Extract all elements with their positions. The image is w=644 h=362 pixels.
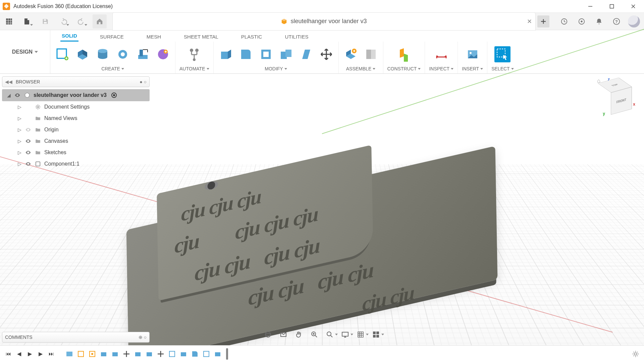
construct-plane-button[interactable]: [396, 46, 412, 62]
browser-tree-item[interactable]: ▷Document Settings: [11, 101, 150, 113]
save-button[interactable]: [38, 14, 52, 28]
revolve-button[interactable]: [115, 46, 131, 62]
create-form-button[interactable]: [74, 46, 91, 62]
sweep-button[interactable]: [135, 46, 151, 62]
tab-sheetmetal[interactable]: SHEET METAL: [182, 32, 220, 42]
timeline-item[interactable]: [111, 350, 119, 358]
disclosure-triangle-icon[interactable]: ▷: [17, 127, 22, 132]
disclosure-triangle-icon[interactable]: ▷: [17, 116, 22, 121]
undo-button[interactable]: [56, 14, 70, 28]
move-copy-button[interactable]: [318, 46, 334, 62]
timeline-item[interactable]: [202, 350, 211, 358]
model-body[interactable]: cји cји cји cји cји cји cји cји cји cји …: [107, 113, 517, 362]
file-menu-button[interactable]: [20, 14, 34, 28]
active-component-indicator-icon[interactable]: [111, 93, 117, 98]
timeline-step-back-button[interactable]: ◀: [15, 350, 23, 358]
browser-tree-item[interactable]: ▷Named Views: [11, 113, 150, 124]
help-button[interactable]: ?: [610, 15, 623, 27]
assemble-group-label[interactable]: ASSEMBLE: [346, 66, 375, 71]
timeline-begin-button[interactable]: ⏮: [4, 350, 13, 358]
timeline-step-forward-button[interactable]: ▶: [36, 350, 45, 358]
tab-plastic[interactable]: PLASTIC: [240, 32, 264, 42]
timeline-item[interactable]: [133, 350, 142, 358]
emboss-button[interactable]: [155, 46, 171, 62]
add-comment-button[interactable]: ⊕ ○: [139, 335, 147, 340]
timeline-item[interactable]: [99, 350, 108, 358]
browser-tree-item[interactable]: ▷Component1:1: [11, 158, 150, 170]
workspace-switcher[interactable]: DESIGN: [0, 30, 50, 73]
timeline-item[interactable]: [122, 350, 131, 358]
tab-surface[interactable]: SURFACE: [99, 32, 125, 42]
create-sketch-button[interactable]: [54, 46, 70, 62]
create-group-label[interactable]: CREATE: [101, 66, 124, 71]
tab-mesh[interactable]: MESH: [145, 32, 162, 42]
disclosure-triangle-icon[interactable]: ▷: [17, 104, 22, 110]
viewcube[interactable]: ⌂ zxy TOP FRONT RIGHT: [598, 78, 635, 115]
orbit-button[interactable]: [262, 328, 274, 341]
document-tab-close-button[interactable]: ✕: [527, 18, 532, 25]
zoom-button[interactable]: [308, 328, 320, 341]
timeline-item[interactable]: [76, 350, 85, 358]
combine-button[interactable]: [278, 46, 294, 62]
shell-button[interactable]: [258, 46, 274, 62]
select-group-label[interactable]: SELECT: [491, 66, 514, 71]
browser-tree-item[interactable]: ▷Sketches: [11, 147, 150, 158]
automate-button[interactable]: [186, 46, 202, 62]
browser-tree-item[interactable]: ▷Origin: [11, 124, 150, 135]
job-status-button[interactable]: [576, 15, 588, 27]
window-maximize-button[interactable]: [606, 2, 618, 11]
visibility-eye-icon[interactable]: [25, 149, 32, 156]
document-tab[interactable]: sleutelhanger voor lander v3 ✕: [113, 13, 535, 30]
insert-group-label[interactable]: INSERT: [462, 66, 483, 71]
pan-button[interactable]: [293, 328, 305, 341]
disclosure-triangle-icon[interactable]: ▷: [17, 161, 22, 167]
timeline-item[interactable]: [191, 350, 199, 358]
joint-button[interactable]: [363, 46, 379, 62]
window-close-button[interactable]: [627, 2, 639, 11]
tab-utilities[interactable]: UTILITIES: [283, 32, 310, 42]
timeline-item[interactable]: [65, 350, 74, 358]
disclosure-triangle-icon[interactable]: ▷: [17, 150, 22, 155]
visibility-eye-icon[interactable]: [25, 138, 32, 144]
viewport-layout-button[interactable]: [370, 328, 382, 341]
disclosure-triangle-icon[interactable]: ◢: [6, 93, 11, 98]
timeline-marker[interactable]: [226, 348, 228, 360]
browser-header[interactable]: ◀◀ BROWSER ● ○: [2, 76, 150, 87]
home-button[interactable]: [93, 14, 107, 28]
grid-settings-button[interactable]: [355, 328, 367, 341]
comments-header[interactable]: COMMENTS ⊕ ○: [2, 332, 150, 343]
redo-button[interactable]: [74, 14, 89, 28]
extensions-button[interactable]: [558, 15, 570, 27]
disclosure-triangle-icon[interactable]: ▷: [17, 138, 22, 144]
insert-decal-button[interactable]: [465, 46, 481, 62]
timeline-item[interactable]: [168, 350, 176, 358]
timeline-play-button[interactable]: ▶: [25, 350, 34, 358]
modify-group-label[interactable]: MODIFY: [265, 66, 287, 71]
data-panel-button[interactable]: [2, 14, 16, 28]
construct-group-label[interactable]: CONSTRUCT: [387, 66, 421, 71]
new-document-button[interactable]: [537, 15, 549, 27]
window-minimize-button[interactable]: [584, 2, 596, 11]
timeline-item[interactable]: [88, 350, 97, 358]
browser-root-node[interactable]: ◢ sleutelhanger voor lander v3: [2, 89, 150, 101]
visibility-eye-icon[interactable]: [25, 127, 32, 133]
user-avatar[interactable]: [628, 15, 640, 27]
press-pull-button[interactable]: [218, 46, 234, 62]
zoom-window-button[interactable]: [324, 328, 336, 341]
timeline-item[interactable]: [145, 350, 154, 358]
extrude-button[interactable]: [95, 46, 111, 62]
browser-options-button[interactable]: ● ○: [140, 79, 147, 84]
timeline-end-button[interactable]: ⏭: [47, 350, 56, 358]
timeline-item[interactable]: [156, 350, 165, 358]
visibility-eye-icon[interactable]: [14, 92, 21, 98]
timeline-item[interactable]: [213, 350, 222, 358]
notifications-button[interactable]: [593, 15, 605, 27]
viewport[interactable]: cји cји cји cји cји cји cји cји cји cји …: [0, 74, 644, 345]
draft-button[interactable]: [298, 46, 314, 62]
new-component-button[interactable]: [343, 46, 359, 62]
fillet-button[interactable]: [238, 46, 254, 62]
visibility-eye-icon[interactable]: [25, 161, 32, 167]
inspect-group-label[interactable]: INSPECT: [429, 66, 453, 71]
browser-tree-item[interactable]: ▷Canvases: [11, 135, 150, 147]
look-at-button[interactable]: [277, 328, 289, 341]
